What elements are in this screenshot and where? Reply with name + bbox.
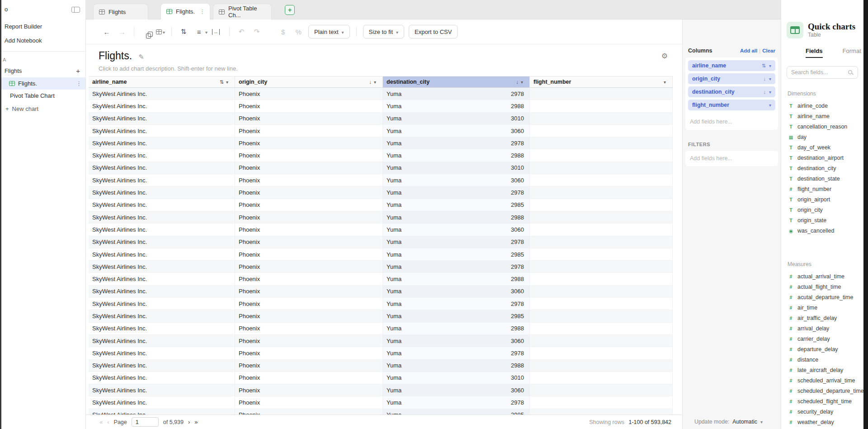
size-to-fit-dropdown[interactable]: Size to fit (363, 25, 405, 38)
dimension-field-item[interactable]: T origin_airport (781, 194, 863, 205)
table-row[interactable]: SkyWest Airlines Inc. Phoenix Yuma 3060 (89, 335, 673, 347)
sidebar-item-add-notebook[interactable]: Add Notebook (0, 33, 85, 48)
tab-flights-dot-active[interactable]: Flights. ⋮ (160, 3, 210, 19)
text-align-dropdown[interactable]: ≡ (193, 28, 208, 36)
table-row[interactable]: SkyWest Airlines Inc. Phoenix Yuma 2978 (89, 298, 673, 310)
chevron-down-icon[interactable] (521, 79, 523, 85)
sort-icon[interactable]: ↓ (516, 79, 519, 85)
table-row[interactable]: SkyWest Airlines Inc. Phoenix Yuma 2985 (89, 409, 673, 415)
measure-field-item[interactable]: # carrier_delay (781, 334, 863, 344)
measure-field-item[interactable]: # departure_delay (781, 344, 863, 354)
column-header-origin-city[interactable]: origin_city ↓ (235, 76, 383, 87)
dimension-field-item[interactable]: T destination_airport (781, 153, 863, 163)
dimension-field-item[interactable]: T cancellation_reason (781, 121, 863, 132)
back-arrow-icon[interactable]: ← (101, 28, 112, 36)
chevron-down-icon[interactable] (374, 79, 376, 85)
text-format-dropdown[interactable]: Plain text (308, 25, 350, 38)
dimension-field-item[interactable]: ▦ day (781, 132, 863, 142)
table-row[interactable]: SkyWest Airlines Inc. Phoenix Yuma 2985 (89, 199, 673, 211)
tab-fields[interactable]: Fields (806, 48, 823, 58)
sort-icon[interactable]: ⇅ (220, 79, 224, 85)
table-row[interactable]: SkyWest Airlines Inc. Phoenix Yuma 2978 (89, 347, 673, 359)
table-row[interactable]: SkyWest Airlines Inc. Phoenix Yuma 2978 (89, 236, 673, 248)
table-row[interactable]: SkyWest Airlines Inc. Phoenix Yuma 2978 (89, 186, 673, 199)
table-row[interactable]: SkyWest Airlines Inc. Phoenix Yuma 2988 (89, 100, 673, 112)
column-header-flight-number[interactable]: flight_number (530, 76, 673, 87)
kebab-menu-icon[interactable]: ⋮ (76, 80, 82, 87)
new-tab-button[interactable]: + (285, 5, 295, 15)
filters-placeholder[interactable]: Add fields here... (688, 155, 775, 162)
table-row[interactable]: SkyWest Airlines Inc. Phoenix Yuma 2988 (89, 211, 673, 224)
column-pill[interactable]: airline_name ⇅ (688, 60, 775, 71)
table-row[interactable]: SkyWest Airlines Inc. Phoenix Yuma 3010 (89, 113, 673, 125)
table-row[interactable]: SkyWest Airlines Inc. Phoenix Yuma 2988 (89, 323, 673, 335)
table-row[interactable]: SkyWest Airlines Inc. Phoenix Yuma 2988 (89, 360, 673, 372)
right-scrollbar-strip[interactable] (863, 0, 868, 429)
tab-format[interactable]: Format (843, 48, 861, 58)
table-row[interactable]: SkyWest Airlines Inc. Phoenix Yuma 2978 (89, 88, 673, 100)
column-width-icon[interactable]: ↔ (212, 29, 223, 35)
page-title[interactable]: Flights. (99, 50, 132, 62)
measure-field-item[interactable]: # scheduled_departure_time (781, 386, 863, 396)
add-chart-plus-icon[interactable]: + (76, 67, 80, 75)
dimension-field-item[interactable]: T origin_state (781, 215, 863, 225)
table-row[interactable]: SkyWest Airlines Inc. Phoenix Yuma 2985 (89, 310, 673, 322)
forward-arrow-icon[interactable]: → (117, 28, 127, 36)
table-row[interactable]: SkyWest Airlines Inc. Phoenix Yuma 2978 (89, 137, 673, 149)
dimension-field-item[interactable]: T destination_city (781, 163, 863, 173)
dimension-field-item[interactable]: T origin_city (781, 205, 863, 215)
gear-settings-icon[interactable]: ⚙ (661, 52, 668, 60)
measure-field-item[interactable]: # security_delay (781, 406, 863, 417)
undo-icon[interactable]: ↶ (236, 28, 247, 36)
measure-field-item[interactable]: # air_time (781, 302, 863, 313)
column-pill[interactable]: origin_city ↓ (688, 73, 775, 84)
table-row[interactable]: SkyWest Airlines Inc. Phoenix Yuma 3010 (89, 162, 673, 174)
sidebar-item-report-builder[interactable]: Report Builder (0, 19, 85, 33)
measure-field-item[interactable]: # air_traffic_delay (781, 313, 863, 323)
table-row[interactable]: SkyWest Airlines Inc. Phoenix Yuma 3060 (89, 384, 673, 396)
percent-format-icon[interactable]: % (293, 28, 304, 36)
measure-field-item[interactable]: # distance (781, 354, 863, 365)
measure-field-item[interactable]: # late_aircraft_delay (781, 365, 863, 375)
dimension-field-item[interactable]: T airline_name (781, 111, 863, 121)
column-header-destination-city[interactable]: destination_city ↓ (383, 76, 530, 87)
next-page-icon[interactable]: › (188, 419, 190, 425)
measure-field-item[interactable]: # weather_delay (781, 417, 863, 427)
dimension-field-item[interactable]: # flight_number (781, 184, 863, 194)
measure-field-item[interactable]: # acutal_departure_time (781, 292, 863, 302)
search-fields-box[interactable] (787, 66, 858, 79)
table-row[interactable]: SkyWest Airlines Inc. Phoenix Yuma 2985 (89, 248, 673, 261)
clear-link[interactable]: Clear (762, 48, 775, 53)
add-all-link[interactable]: Add all (740, 48, 757, 53)
last-page-icon[interactable]: » (194, 419, 198, 425)
currency-format-icon[interactable]: $ (278, 28, 288, 36)
table-row[interactable]: SkyWest Airlines Inc. Phoenix Yuma 2988 (89, 149, 673, 162)
sidebar-item-pivot-table-chart[interactable]: Pivot Table Chart (0, 90, 85, 102)
edit-pencil-icon[interactable]: ✎ (138, 53, 144, 61)
sidebar-group-flights[interactable]: Flights + (0, 63, 85, 77)
page-number-input[interactable] (132, 417, 159, 427)
chevron-down-icon[interactable] (226, 79, 228, 85)
export-csv-button[interactable]: Export to CSV (409, 25, 458, 38)
measure-field-item[interactable]: # actual_arrival_time (781, 271, 863, 281)
update-mode-dropdown[interactable]: Automatic (732, 419, 757, 425)
redo-icon[interactable]: ↷ (251, 28, 262, 36)
table-view-dropdown[interactable] (156, 28, 165, 36)
table-row[interactable]: SkyWest Airlines Inc. Phoenix Yuma 3060 (89, 125, 673, 137)
previous-page-icon[interactable]: ‹ (107, 419, 109, 425)
dimension-field-item[interactable]: T airline_code (781, 100, 863, 111)
chart-description-placeholder[interactable]: Click to add chart description. Shift-en… (99, 65, 682, 72)
dimension-field-item[interactable]: ◉ was_cancelled (781, 225, 863, 236)
sort-icon[interactable]: ↓ (369, 79, 372, 85)
sidebar-item-flights-table[interactable]: Flights. ⋮ (0, 77, 85, 90)
first-page-icon[interactable]: « (99, 419, 103, 425)
chevron-down-icon[interactable] (664, 79, 666, 85)
sort-rows-icon[interactable]: ⇅ (178, 28, 189, 36)
collapse-sidebar-icon[interactable] (71, 7, 80, 13)
table-row[interactable]: SkyWest Airlines Inc. Phoenix Yuma 3060 (89, 286, 673, 298)
dimension-field-item[interactable]: T day_of_week (781, 142, 863, 153)
table-row[interactable]: SkyWest Airlines Inc. Phoenix Yuma 2978 (89, 396, 673, 409)
measure-field-item[interactable]: # scheduled_flight_time (781, 396, 863, 406)
search-fields-input[interactable] (791, 69, 845, 76)
column-pill[interactable]: flight_number (688, 100, 775, 110)
